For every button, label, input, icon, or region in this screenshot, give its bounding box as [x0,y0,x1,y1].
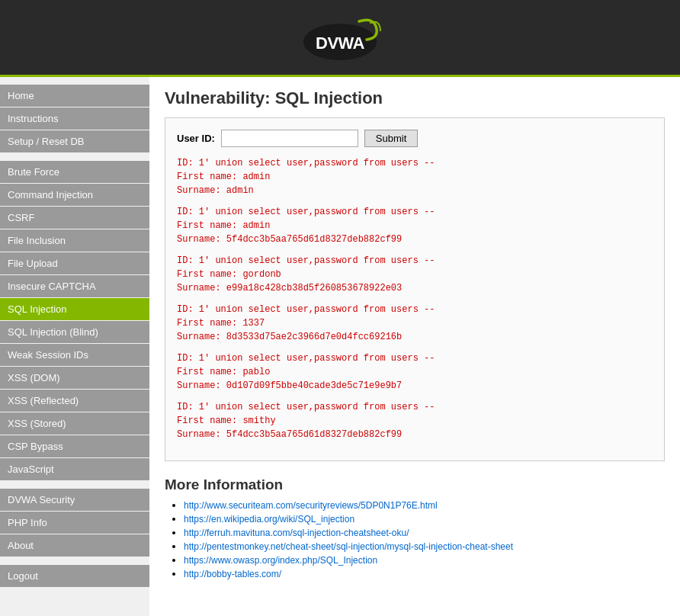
more-info-link-4[interactable]: https://www.owasp.org/index.php/SQL_Inje… [184,555,377,566]
sidebar-item-php-info[interactable]: PHP Info [0,512,149,534]
main-content: Vulnerability: SQL Injection User ID: Su… [149,77,680,616]
sidebar-item-instructions[interactable]: Instructions [0,107,149,130]
list-item: http://www.securiteam.com/securityreview… [184,499,665,511]
sidebar-item-logout[interactable]: Logout [0,565,149,587]
list-item: https://www.owasp.org/index.php/SQL_Inje… [184,554,665,566]
result-block-4: ID: 1' union select user,password from u… [177,351,653,393]
more-info-link-0[interactable]: http://www.securiteam.com/securityreview… [184,500,438,511]
more-info-link-2[interactable]: http://ferruh.mavituna.com/sql-injection… [184,528,409,538]
user-id-label: User ID: [177,133,215,144]
sidebar: Home Instructions Setup / Reset DB Brute… [0,77,149,616]
result-id-3: ID: 1' union select user,password from u… [177,304,435,315]
sidebar-item-xss-dom[interactable]: XSS (DOM) [0,367,149,389]
result-firstname-1: First name: admin [177,220,270,231]
svg-text:DVWA: DVWA [316,34,365,53]
logo-container: DVWA [0,9,680,67]
sidebar-item-csp-bypass[interactable]: CSP Bypass [0,435,149,457]
more-info-list: http://www.securiteam.com/securityreview… [165,499,665,579]
wrapper: Home Instructions Setup / Reset DB Brute… [0,77,680,616]
result-id-4: ID: 1' union select user,password from u… [177,353,435,364]
result-id-5: ID: 1' union select user,password from u… [177,402,435,412]
result-firstname-0: First name: admin [177,172,270,182]
result-block-0: ID: 1' union select user,password from u… [177,156,653,197]
form-row: User ID: Submit [177,130,653,147]
dvwa-logo: DVWA [294,15,386,63]
more-info-title: More Information [165,476,665,493]
sidebar-item-xss-reflected[interactable]: XSS (Reflected) [0,390,149,412]
sidebar-item-weak-session-ids[interactable]: Weak Session IDs [0,344,149,366]
sidebar-item-sql-injection-blind[interactable]: SQL Injection (Blind) [0,321,149,343]
result-surname-1: Surname: 5f4dcc3b5aa765d61d8327deb882cf9… [177,234,402,245]
result-id-2: ID: 1' union select user,password from u… [177,255,435,266]
list-item: http://bobby-tables.com/ [184,568,665,579]
result-surname-2: Surname: e99a18c428cb38d5f260853678922e0… [177,283,402,294]
result-surname-5: Surname: 5f4dcc3b5aa765d61d8327deb882cf9… [177,429,402,440]
sidebar-item-javascript[interactable]: JavaScript [0,458,149,480]
sidebar-item-xss-stored[interactable]: XSS (Stored) [0,412,149,435]
list-item: https://en.wikipedia.org/wiki/SQL_inject… [184,513,665,525]
result-surname-3: Surname: 8d3533d75ae2c3966d7e0d4fcc69216… [177,332,402,342]
result-surname-4: Surname: 0d107d09f5bbe40cade3de5c71e9e9b… [177,380,402,391]
result-surname-0: Surname: admin [177,185,254,196]
sidebar-item-dvwa-security[interactable]: DVWA Security [0,489,149,511]
sidebar-item-setup[interactable]: Setup / Reset DB [0,130,149,152]
sidebar-item-about[interactable]: About [0,534,149,557]
sidebar-item-sql-injection[interactable]: SQL Injection [0,298,149,320]
result-block-2: ID: 1' union select user,password from u… [177,254,653,295]
result-id-1: ID: 1' union select user,password from u… [177,207,435,217]
submit-button[interactable]: Submit [364,130,418,147]
page-title: Vulnerability: SQL Injection [165,88,665,108]
result-id-0: ID: 1' union select user,password from u… [177,158,435,168]
user-id-input[interactable] [221,130,358,147]
form-box: User ID: Submit ID: 1' union select user… [165,117,665,461]
result-block-1: ID: 1' union select user,password from u… [177,205,653,246]
more-info-link-3[interactable]: http://pentestmonkey.net/cheat-sheet/sql… [184,541,513,552]
result-firstname-5: First name: smithy [177,415,276,426]
more-info-link-5[interactable]: http://bobby-tables.com/ [184,569,281,579]
list-item: http://pentestmonkey.net/cheat-sheet/sql… [184,541,665,552]
result-block-5: ID: 1' union select user,password from u… [177,400,653,441]
sidebar-item-command-injection[interactable]: Command Injection [0,184,149,206]
result-output: ID: 1' union select user,password from u… [177,156,653,441]
sidebar-item-file-inclusion[interactable]: File Inclusion [0,229,149,252]
sidebar-item-insecure-captcha[interactable]: Insecure CAPTCHA [0,275,149,297]
sidebar-item-brute-force[interactable]: Brute Force [0,161,149,183]
result-block-3: ID: 1' union select user,password from u… [177,303,653,344]
sidebar-item-home[interactable]: Home [0,85,149,107]
list-item: http://ferruh.mavituna.com/sql-injection… [184,527,665,538]
sidebar-item-file-upload[interactable]: File Upload [0,252,149,274]
more-info-link-1[interactable]: https://en.wikipedia.org/wiki/SQL_inject… [184,514,354,525]
header: DVWA [0,0,680,77]
result-firstname-3: First name: 1337 [177,318,265,329]
result-firstname-4: First name: pablo [177,367,270,377]
result-firstname-2: First name: gordonb [177,269,281,280]
sidebar-item-csrf[interactable]: CSRF [0,207,149,229]
